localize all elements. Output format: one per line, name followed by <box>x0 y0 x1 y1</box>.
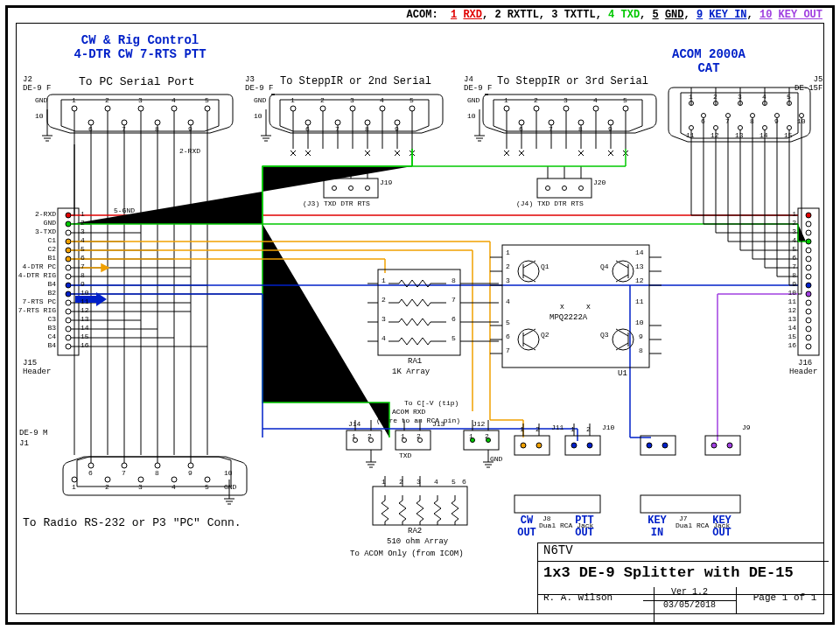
conn-j4 <box>483 94 656 133</box>
u1-x2: X <box>586 303 591 311</box>
svg-point-127 <box>806 283 811 288</box>
j13-p2: 2 <box>416 432 421 440</box>
ra2-p6: 6 <box>462 478 466 486</box>
j1-gnd: GND <box>224 483 236 491</box>
svg-point-194 <box>518 261 539 282</box>
svg-point-112 <box>66 291 71 297</box>
svg-point-263 <box>155 463 160 468</box>
svg-point-262 <box>122 463 127 468</box>
svg-point-123 <box>806 248 811 253</box>
u1-p5: 5 <box>506 318 510 326</box>
svg-point-41 <box>593 106 598 111</box>
j14-p1: 1 <box>352 432 356 440</box>
j4-pin5: 5 <box>623 96 627 104</box>
j15-header-label: Header <box>23 368 51 376</box>
svg-line-201 <box>616 275 628 282</box>
j5-pin12: 12 <box>710 131 719 139</box>
u1-p2: 2 <box>506 262 510 270</box>
svg-point-241 <box>536 443 542 448</box>
svg-point-128 <box>806 291 811 297</box>
j2-gnd: GND <box>35 96 47 104</box>
svg-rect-239 <box>514 436 550 455</box>
u1-part: MPQ2222A <box>550 313 587 322</box>
j5-pin3: 3 <box>738 93 742 101</box>
u1-p9: 9 <box>639 332 643 340</box>
j2-pin9: 9 <box>188 125 192 133</box>
tb-page: Page 1 of 1 <box>736 587 834 624</box>
j1-pin6: 6 <box>88 469 93 477</box>
svg-point-69 <box>738 126 743 130</box>
u1-p7: 7 <box>506 346 510 354</box>
u1-p14: 14 <box>635 248 644 256</box>
svg-point-89 <box>349 186 354 191</box>
j2-pin6: 6 <box>88 125 93 133</box>
svg-point-3 <box>172 106 177 111</box>
j2-pin3: 3 <box>138 96 143 104</box>
j7-label: Dual RCA Jack <box>676 522 730 529</box>
svg-line-200 <box>616 261 628 268</box>
j15-pinnames: 2-RXDGND3-TXDC1 C2B14-DTR PC4-DTR RIG B4… <box>18 210 56 350</box>
svg-point-113 <box>66 300 71 305</box>
svg-point-1 <box>105 106 110 111</box>
svg-point-107 <box>66 248 71 253</box>
svg-point-125 <box>806 265 811 270</box>
svg-rect-249 <box>514 495 600 513</box>
j5-pin15: 15 <box>784 131 793 139</box>
u1-p4: 4 <box>506 298 510 305</box>
svg-point-254 <box>711 443 717 448</box>
svg-point-0 <box>72 106 77 111</box>
svg-point-246 <box>587 443 592 448</box>
svg-rect-256 <box>640 495 740 513</box>
j5-pin10: 10 <box>797 117 806 125</box>
j1-pin8: 8 <box>155 469 159 477</box>
svg-point-97 <box>579 186 584 191</box>
svg-point-109 <box>66 265 71 270</box>
conn-j20 <box>537 166 592 198</box>
j2-pin4: 4 <box>172 96 176 104</box>
svg-point-23 <box>410 106 415 111</box>
ra2-p1: 1 <box>382 478 386 486</box>
wire-txd <box>71 149 806 438</box>
j13-p1: 1 <box>401 432 405 440</box>
j2-pin2: 2 <box>105 96 109 104</box>
j1-pin1: 1 <box>72 483 76 491</box>
j3-pin9: 9 <box>395 125 399 133</box>
ra1-p4: 4 <box>382 334 386 342</box>
svg-line-205 <box>523 343 536 350</box>
j5-pin6: 6 <box>701 117 705 125</box>
j4-gnd: GND <box>467 96 480 104</box>
j2-pin1: 1 <box>72 96 76 104</box>
ra1-p7: 7 <box>452 296 456 304</box>
svg-point-42 <box>623 106 628 111</box>
j1-pin9: 9 <box>188 469 192 477</box>
j1-ref-a: DE-9 M <box>19 429 47 438</box>
j5-pin13: 13 <box>735 131 744 139</box>
j5-pin7: 7 <box>725 117 730 125</box>
u1-p1: 1 <box>506 248 510 256</box>
j1-pin5: 5 <box>205 483 209 491</box>
j1-title: To Radio RS-232 or P3 "PC" Conn. <box>23 516 242 529</box>
j4-pin10: 10 <box>467 112 476 120</box>
j10-p1: 1 <box>570 425 575 433</box>
svg-point-88 <box>332 186 337 191</box>
j11-p2: 2 <box>536 425 540 433</box>
j3-pin7: 7 <box>335 125 340 133</box>
ra2-p3: 3 <box>416 478 421 486</box>
svg-point-20 <box>320 106 326 111</box>
tb-author: R. A. Wilson <box>538 587 654 624</box>
u1-p6: 6 <box>506 332 510 340</box>
j1-pin4: 4 <box>172 483 176 491</box>
u1-q2: Q2 <box>541 331 550 339</box>
j5-pin11: 11 <box>686 131 695 139</box>
j8-label: Dual RCA Jack <box>539 522 593 529</box>
j5-pin1: 1 <box>689 93 693 101</box>
svg-point-115 <box>66 318 71 323</box>
svg-line-204 <box>523 329 536 336</box>
j4-pin9: 9 <box>608 125 612 133</box>
j4-pin3: 3 <box>564 96 568 104</box>
j9-keyin <box>640 436 676 455</box>
svg-point-68 <box>714 126 718 130</box>
svg-point-21 <box>350 106 355 111</box>
svg-point-117 <box>66 335 71 340</box>
u1-q3: Q3 <box>600 331 609 339</box>
